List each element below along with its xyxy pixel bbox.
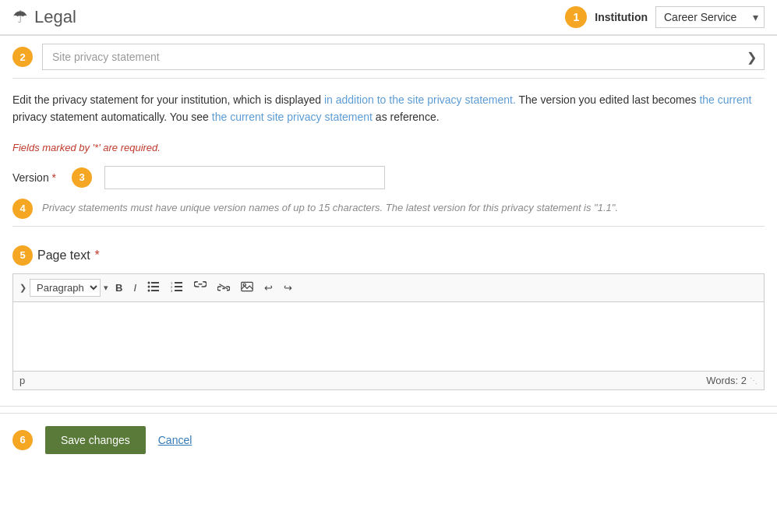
step3-badge: 3 bbox=[72, 167, 92, 188]
word-count: Words: 2 bbox=[706, 375, 747, 386]
cancel-button[interactable]: Cancel bbox=[158, 434, 192, 446]
institution-label: Institution bbox=[595, 11, 648, 23]
svg-rect-0 bbox=[151, 282, 159, 284]
career-service-dropdown-wrapper[interactable]: Career Service ▾ bbox=[655, 6, 765, 28]
site-privacy-select[interactable]: Site privacy statement bbox=[42, 44, 765, 70]
required-star: * bbox=[52, 171, 56, 184]
redo-button[interactable]: ↪ bbox=[280, 280, 296, 296]
svg-rect-1 bbox=[151, 286, 159, 287]
step4-badge: 4 bbox=[12, 199, 33, 219]
desc-highlight3: the current site privacy statement bbox=[212, 111, 373, 123]
editor-toolbar: ❯ Paragraph ▾ B I 123 ↩ ↪ bbox=[12, 273, 765, 301]
editor-element-indicator: p bbox=[19, 375, 25, 386]
privacy-dropdown-wrapper[interactable]: Site privacy statement ❯ bbox=[42, 44, 765, 70]
link-button[interactable] bbox=[190, 279, 210, 297]
desc-highlight2: the current bbox=[699, 93, 751, 106]
bold-button[interactable]: B bbox=[111, 280, 126, 296]
desc-part4: as reference. bbox=[373, 111, 440, 123]
description-text: Edit the privacy statement for your inst… bbox=[12, 79, 765, 132]
page-text-label-row: 5 Page text * bbox=[12, 245, 765, 266]
toolbar-chevron-icon[interactable]: ❯ bbox=[19, 283, 26, 293]
desc-highlight1: in addition to the site privacy statemen… bbox=[324, 93, 516, 106]
ordered-list-button[interactable]: 123 bbox=[167, 279, 187, 297]
page-title: Legal bbox=[34, 7, 76, 27]
step1-badge: 1 bbox=[565, 6, 587, 28]
umbrella-icon: ☂ bbox=[12, 7, 28, 27]
paragraph-select[interactable]: Paragraph bbox=[30, 279, 101, 297]
svg-rect-8 bbox=[175, 290, 182, 291]
hint-text: Privacy statements must have unique vers… bbox=[42, 199, 618, 220]
save-changes-button[interactable]: Save changes bbox=[45, 426, 146, 454]
unordered-list-button[interactable] bbox=[143, 279, 164, 297]
italic-button[interactable]: I bbox=[129, 280, 140, 296]
resize-handle-icon[interactable]: ⋱ bbox=[750, 376, 758, 384]
page-text-label: Page text bbox=[37, 248, 90, 262]
step6-badge: 6 bbox=[12, 430, 33, 450]
svg-text:3: 3 bbox=[171, 289, 173, 292]
image-button[interactable] bbox=[237, 279, 257, 297]
svg-rect-7 bbox=[175, 286, 182, 287]
svg-rect-6 bbox=[175, 282, 182, 284]
desc-part3: privacy statement automatically. You see bbox=[12, 111, 212, 123]
required-note: Fields marked by '*' are required. bbox=[12, 142, 765, 153]
version-label: Version * bbox=[12, 171, 59, 184]
desc-part1: Edit the privacy statement for your inst… bbox=[12, 93, 324, 106]
unlink-button[interactable] bbox=[214, 279, 234, 297]
svg-rect-13 bbox=[242, 282, 253, 291]
step5-badge: 5 bbox=[12, 245, 33, 266]
career-service-select[interactable]: Career Service bbox=[655, 6, 765, 28]
undo-button[interactable]: ↩ bbox=[260, 280, 277, 296]
paragraph-dropdown-arrow-icon[interactable]: ▾ bbox=[104, 283, 108, 293]
svg-point-3 bbox=[148, 281, 150, 284]
version-input[interactable] bbox=[104, 166, 385, 189]
svg-point-4 bbox=[148, 285, 150, 287]
editor-footer: p Words: 2 ⋱ bbox=[12, 372, 765, 390]
svg-rect-2 bbox=[151, 290, 159, 291]
page-text-required-star: * bbox=[95, 248, 100, 262]
svg-point-5 bbox=[148, 289, 150, 291]
step2-badge: 2 bbox=[12, 47, 33, 67]
desc-part2: The version you edited last becomes bbox=[516, 93, 700, 106]
editor-content-area[interactable] bbox=[12, 301, 765, 372]
